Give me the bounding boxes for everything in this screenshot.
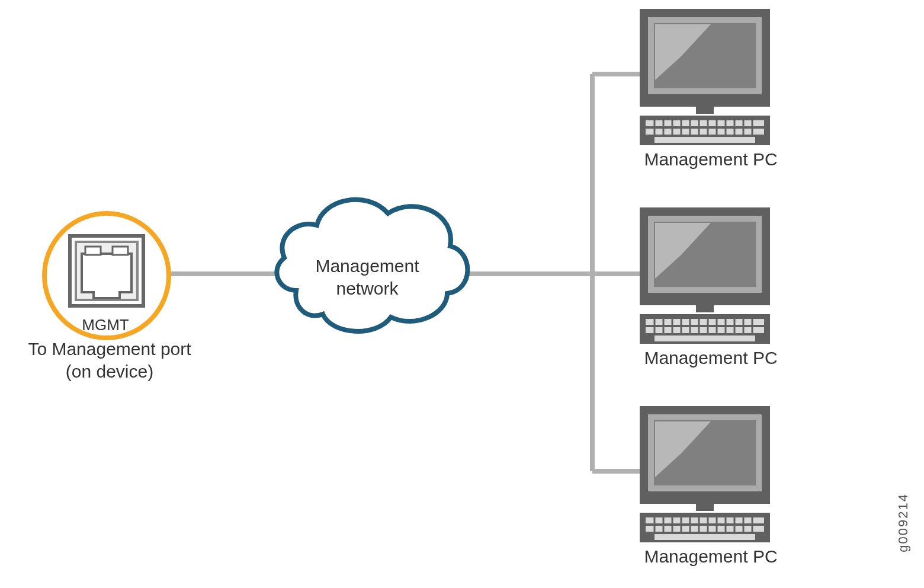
pc-label-2: Management PC [622, 347, 800, 369]
mgmt-port-code: MGMT [70, 315, 141, 335]
cloud-label-line2: network [336, 279, 398, 298]
mgmt-caption-line1: To Management port [28, 339, 191, 359]
mgmt-caption-line2: (on device) [66, 362, 153, 381]
rj45-port-icon [70, 236, 143, 306]
svg-rect-24 [113, 247, 128, 255]
pc-label-3: Management PC [622, 545, 800, 568]
pc-icon-3 [640, 406, 770, 542]
cloud-label-line1: Management [315, 256, 419, 276]
network-diagram: MGMT To Management port (on device) Mana… [0, 0, 924, 588]
svg-rect-23 [85, 247, 101, 255]
pc-label-1: Management PC [622, 148, 800, 171]
figure-number: g009214 [896, 493, 911, 552]
cloud-label: Management network [284, 255, 450, 299]
pc-icon-2 [640, 207, 770, 344]
mgmt-port-caption: To Management port (on device) [12, 338, 207, 382]
pc-icon-1 [640, 9, 770, 145]
